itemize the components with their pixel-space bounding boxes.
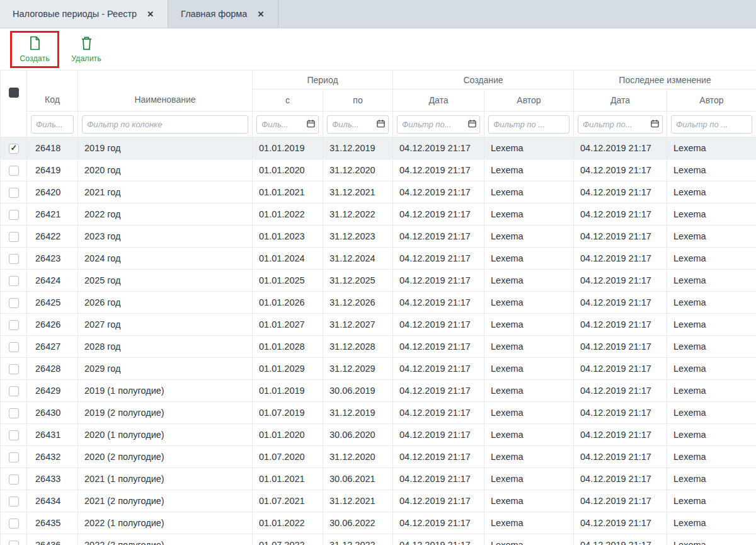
cell-name: 2020 (2 полугодие)	[78, 446, 253, 468]
cell-period-to: 31.12.2021	[323, 181, 393, 204]
row-checkbox[interactable]	[9, 541, 19, 545]
row-checkbox[interactable]	[9, 474, 19, 485]
row-checkbox[interactable]	[9, 144, 19, 154]
row-checkbox[interactable]	[9, 166, 19, 176]
cell-period-to: 31.12.2024	[323, 248, 393, 270]
cell-period-to: 31.12.2028	[323, 336, 393, 358]
trash-icon	[80, 36, 93, 52]
close-icon[interactable]: ✕	[146, 9, 155, 20]
cell-creation-date: 04.12.2019 21:17	[393, 270, 484, 292]
row-checkbox[interactable]	[9, 519, 19, 529]
row-checkbox[interactable]	[9, 298, 19, 308]
table-row[interactable]: 26435 2022 (1 полугодие) 01.01.2022 30.0…	[1, 512, 756, 534]
table-row[interactable]: 26429 2019 (1 полугодие) 01.01.2019 30.0…	[1, 380, 756, 402]
cell-code: 26429	[27, 380, 78, 402]
cell-period-from: 01.01.2025	[253, 270, 323, 292]
table-row[interactable]: 26430 2019 (2 полугодие) 01.07.2019 31.1…	[1, 402, 756, 424]
row-checkbox[interactable]	[9, 232, 19, 242]
cell-creation-date: 04.12.2019 21:17	[393, 137, 484, 159]
filter-modification-date-input[interactable]	[578, 115, 663, 134]
table-row[interactable]: 26421 2022 год 01.01.2022 31.12.2022 04.…	[1, 204, 756, 226]
cell-modification-date: 04.12.2019 21:17	[574, 358, 667, 380]
cell-creation-author: Lexema	[484, 490, 574, 512]
row-checkbox[interactable]	[9, 320, 19, 330]
cell-name: 2027 год	[78, 314, 253, 336]
filter-code-input[interactable]	[31, 115, 74, 134]
table-row[interactable]: 26423 2024 год 01.01.2024 31.12.2024 04.…	[1, 248, 756, 270]
cell-period-to: 30.06.2019	[323, 380, 393, 402]
table-row[interactable]: 26419 2020 год 01.01.2020 31.12.2020 04.…	[1, 159, 756, 181]
cell-creation-author: Lexema	[484, 204, 574, 226]
filter-creation-author-input[interactable]	[488, 115, 570, 134]
tab-tax-periods-registry[interactable]: Налоговые периоды - Реестр ✕	[0, 0, 168, 28]
row-select-cell	[1, 159, 27, 181]
tab-label: Главная форма	[181, 9, 247, 19]
cell-modification-date: 04.12.2019 21:17	[574, 181, 667, 204]
row-checkbox[interactable]	[9, 342, 19, 352]
cell-period-to: 31.12.2027	[323, 314, 393, 336]
calendar-icon[interactable]	[307, 120, 315, 128]
cell-code: 26418	[27, 137, 78, 159]
cell-name: 2021 (1 полугодие)	[78, 468, 253, 490]
cell-name: 2019 (1 полугодие)	[78, 380, 253, 402]
filter-modification-author-input[interactable]	[671, 115, 752, 134]
cell-modification-author: Lexema	[667, 292, 756, 314]
calendar-icon[interactable]	[651, 120, 659, 128]
cell-period-from: 01.01.2021	[253, 468, 323, 490]
cell-creation-author: Lexema	[484, 137, 574, 159]
tax-periods-grid: Код Наименование Период Создание Последн…	[0, 70, 756, 545]
cell-name: 2022 (2 полугодие)	[78, 534, 253, 545]
cell-creation-author: Lexema	[484, 534, 574, 545]
table-row[interactable]: 26428 2029 год 01.01.2029 31.12.2029 04.…	[1, 358, 756, 380]
cell-modification-date: 04.12.2019 21:17	[574, 226, 667, 248]
table-row[interactable]: 26436 2022 (2 полугодие) 01.07.2022 31.1…	[1, 534, 756, 545]
table-row[interactable]: 26427 2028 год 01.01.2028 31.12.2028 04.…	[1, 336, 756, 358]
cell-period-to: 31.12.2019	[323, 402, 393, 424]
table-row[interactable]: 26434 2021 (2 полугодие) 01.07.2021 31.1…	[1, 490, 756, 512]
create-button[interactable]: Создать	[14, 33, 55, 66]
table-row[interactable]: 26433 2021 (1 полугодие) 01.01.2021 30.0…	[1, 468, 756, 490]
cell-modification-date: 04.12.2019 21:17	[574, 446, 667, 468]
cell-name: 2020 год	[78, 159, 253, 181]
delete-button[interactable]: Удалить	[66, 33, 107, 66]
row-select-cell	[1, 226, 27, 248]
row-checkbox[interactable]	[9, 210, 19, 220]
row-checkbox[interactable]	[9, 408, 19, 418]
cell-modification-date: 04.12.2019 21:17	[574, 314, 667, 336]
cell-name: 2028 год	[78, 336, 253, 358]
table-row[interactable]: 26424 2025 год 01.01.2025 31.12.2025 04.…	[1, 270, 756, 292]
row-select-cell	[1, 204, 27, 226]
row-checkbox[interactable]	[9, 452, 19, 462]
close-icon[interactable]: ✕	[256, 9, 265, 20]
tab-main-form[interactable]: Главная форма ✕	[168, 0, 278, 28]
table-row[interactable]: 26432 2020 (2 полугодие) 01.07.2020 31.1…	[1, 446, 756, 468]
table-row[interactable]: 26422 2023 год 01.01.2023 31.12.2023 04.…	[1, 226, 756, 248]
row-checkbox[interactable]	[9, 364, 19, 374]
row-checkbox[interactable]	[9, 496, 19, 507]
select-all-checkbox[interactable]	[9, 88, 19, 98]
row-select-cell	[1, 181, 27, 204]
table-row[interactable]: 26431 2020 (1 полугодие) 01.01.2020 30.0…	[1, 424, 756, 446]
table-row[interactable]: 26418 2019 год 01.01.2019 31.12.2019 04.…	[1, 137, 756, 159]
cell-period-from: 01.01.2026	[253, 292, 323, 314]
column-header-modification-author: Автор	[667, 89, 756, 112]
calendar-icon[interactable]	[468, 120, 476, 128]
cell-name: 2020 (1 полугодие)	[78, 424, 253, 446]
row-checkbox[interactable]	[9, 430, 19, 440]
table-row[interactable]: 26425 2026 год 01.01.2026 31.12.2026 04.…	[1, 292, 756, 314]
cell-code: 26422	[27, 226, 78, 248]
cell-creation-author: Lexema	[484, 446, 574, 468]
cell-creation-date: 04.12.2019 21:17	[393, 336, 484, 358]
row-checkbox[interactable]	[9, 254, 19, 264]
table-row[interactable]: 26420 2021 год 01.01.2021 31.12.2021 04.…	[1, 181, 756, 204]
filter-name-input[interactable]	[82, 115, 248, 134]
group-header-modification: Последнее изменение	[574, 71, 756, 89]
calendar-icon[interactable]	[377, 120, 385, 128]
row-checkbox[interactable]	[9, 188, 19, 198]
row-checkbox[interactable]	[9, 276, 19, 286]
table-row[interactable]: 26426 2027 год 01.01.2027 31.12.2027 04.…	[1, 314, 756, 336]
cell-creation-date: 04.12.2019 21:17	[393, 314, 484, 336]
cell-code: 26425	[27, 292, 78, 314]
row-checkbox[interactable]	[9, 386, 19, 396]
cell-period-to: 30.06.2021	[323, 468, 393, 490]
